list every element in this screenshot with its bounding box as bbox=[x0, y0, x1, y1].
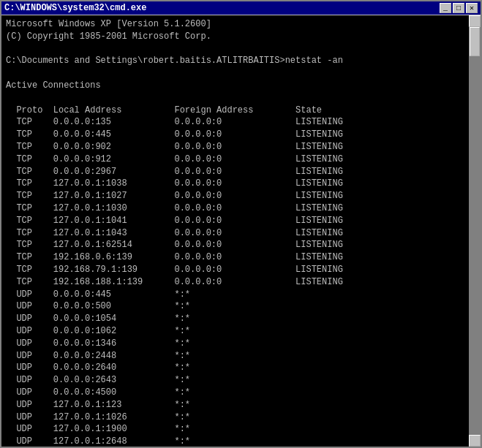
console-output: Microsoft Windows XP [Version 5.1.2600] … bbox=[1, 15, 469, 447]
scrollbar[interactable]: ▲ ▼ bbox=[469, 15, 481, 447]
title-bar: C:\WINDOWS\system32\cmd.exe _ □ ✕ bbox=[1, 1, 481, 15]
console-text: Microsoft Windows XP [Version 5.1.2600] … bbox=[6, 18, 464, 447]
cmd-window: C:\WINDOWS\system32\cmd.exe _ □ ✕ Micros… bbox=[0, 0, 482, 448]
window-title: C:\WINDOWS\system32\cmd.exe bbox=[4, 3, 146, 13]
console-content: Microsoft Windows XP [Version 5.1.2600] … bbox=[1, 15, 481, 447]
window-controls: _ □ ✕ bbox=[440, 3, 478, 13]
minimize-button[interactable]: _ bbox=[440, 3, 451, 13]
scrollbar-track[interactable] bbox=[469, 27, 481, 435]
close-button[interactable]: ✕ bbox=[466, 3, 478, 13]
scroll-up-button[interactable]: ▲ bbox=[469, 15, 481, 27]
scroll-down-button[interactable]: ▼ bbox=[469, 435, 481, 447]
maximize-button[interactable]: □ bbox=[453, 3, 464, 13]
scrollbar-thumb[interactable] bbox=[470, 27, 480, 56]
